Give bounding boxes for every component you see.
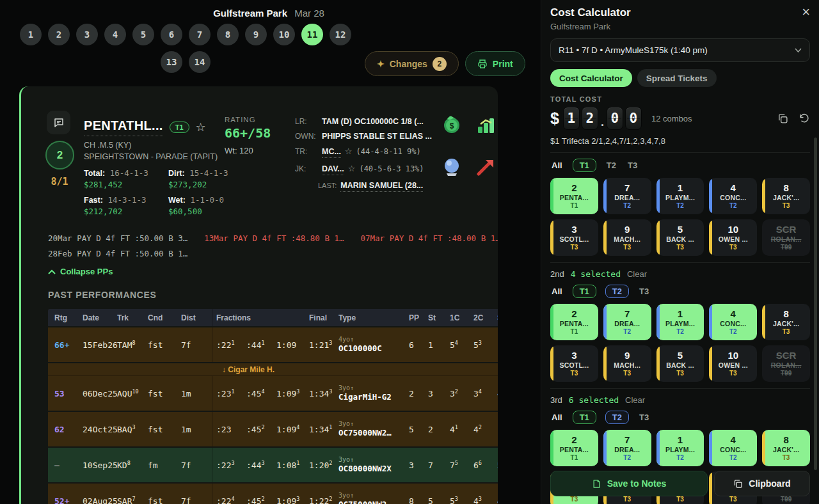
filter-t3[interactable]: T3 [638,411,650,424]
race-button-1[interactable]: 1 [20,24,42,45]
tab-cost-calculator[interactable]: Cost Calculator [550,69,632,87]
race-button-13[interactable]: 13 [161,51,182,73]
horse-button-1[interactable]: 1PLAYM...T2 [656,430,704,466]
filter-t1[interactable]: T1 [573,159,596,172]
mode-tabs: Cost CalculatorSpread Tickets [550,69,810,87]
pp-col-final: Final [305,313,335,322]
horse-button-9[interactable]: 9MACH...T3 [603,345,651,382]
filter-all[interactable]: All [550,411,564,424]
horse-button-10[interactable]: 10OWEN ...T3 [709,219,757,256]
horse-button-5[interactable]: 5BACK ...T3 [656,219,704,256]
cost-digit: 0 [607,107,623,130]
filter-all[interactable]: All [550,159,564,172]
stat-wet: Wet: 1-1-0-0 $60,500 [168,194,245,217]
workout-line: 20Mar PAY D 4f FT :50.00 B 3… [48,233,187,243]
horse-button-2[interactable]: 2PENTA...T1 [550,430,598,466]
combos-count: 12 combos [651,114,767,123]
horse-button-4[interactable]: 4CONC...T2 [709,178,757,214]
race-button-8[interactable]: 8 [217,24,239,45]
copy-icon [733,479,743,489]
connection-row-tr: TR:MC...☆(44-4-8-11 9%) [295,146,449,158]
star-icon[interactable]: ☆ [348,164,356,173]
track-name: Gulfstream Park [213,8,287,19]
connections: LR:TAM (D) OC100000C 1/8 (...OWN:PHIPPS … [295,117,449,198]
close-icon[interactable]: × [802,6,810,18]
horse-button-7[interactable]: 7DREA...T2 [603,178,651,214]
save-to-notes-button[interactable]: Save to Notes [550,471,708,496]
pp-col-cnd: Cnd [144,313,177,322]
tab-spread-tickets[interactable]: Spread Tickets [637,69,717,87]
clipboard-button[interactable]: Clipboard [714,471,810,496]
red-arrow-icon [470,150,498,184]
pp-col-rtg: Rtg [48,313,79,322]
chevron-up-icon [48,269,56,274]
copy-cost-icon[interactable] [777,113,788,124]
horse-button-7[interactable]: 7DREA...T2 [603,304,651,340]
filter-all[interactable]: All [550,285,564,298]
clear-button[interactable]: Clear [625,395,645,405]
connection-value[interactable]: MC... [322,147,341,158]
changes-button[interactable]: ✦ Changes 2 [365,51,459,76]
favorite-star-icon[interactable]: ☆ [196,120,206,134]
workout-line: 13Mar PAY D 4f FT :48.80 B 1… [204,233,344,243]
horse-button-4[interactable]: 4CONC...T2 [709,304,757,340]
race-button-6[interactable]: 6 [161,24,182,45]
horse-button-1[interactable]: 1PLAYM...T2 [656,178,704,214]
pp-row-10sep25: –10Sep25KD8fm7f:223:4431:0811:2023yo↑OC8… [48,448,498,482]
horse-button-2[interactable]: 2PENTA...T1 [550,178,598,214]
comment-button[interactable] [47,111,70,134]
horse-button-10[interactable]: 10OWEN ...T3 [709,345,757,382]
horse-button-3[interactable]: 3SCOTL...T3 [550,345,598,382]
star-icon[interactable]: ☆ [345,146,353,156]
print-button[interactable]: Print [465,51,525,76]
race-button-2[interactable]: 2 [48,24,70,45]
morning-line-odds: 8/1 [39,176,80,187]
filter-t3[interactable]: T3 [626,159,639,172]
horse-button-8[interactable]: 8JACK'...T3 [762,304,810,340]
filter-t1[interactable]: T1 [573,285,596,298]
cost-digit: 1 [563,107,580,130]
stat-total: Total: 16-4-1-3 $281,452 [84,168,162,191]
filter-t2[interactable]: T2 [605,411,629,424]
panel-scrollbar[interactable] [814,138,817,470]
filter-t1[interactable]: T1 [573,411,596,424]
horse-button-8[interactable]: 8JACK'...T3 [762,178,810,214]
horse-button-5[interactable]: 5BACK ...T3 [656,345,704,382]
horse-button-4[interactable]: 4CONC...T2 [709,430,757,466]
race-button-14[interactable]: 14 [189,51,211,73]
horse-name[interactable]: PENTATHL... [84,118,163,136]
filter-t3[interactable]: T3 [638,285,650,298]
horse-button-scr: SCRROLAN...T99 [762,219,810,256]
connection-value[interactable]: DAV... [322,164,344,175]
workout-lines: 20Mar PAY D 4f FT :50.00 B 3…13Mar PAY D… [48,233,496,264]
race-button-4[interactable]: 4 [104,24,126,45]
collapse-pps-link[interactable]: Collapse PPs [48,267,113,276]
horse-button-7[interactable]: 7DREA...T2 [603,430,651,466]
race-button-12[interactable]: 12 [330,24,351,45]
race-button-11[interactable]: 11 [301,24,323,45]
pp-col-dist: Dist [177,313,212,322]
horse-button-2[interactable]: 2PENTA...T1 [550,304,598,340]
filter-t2[interactable]: T2 [605,159,617,172]
race-button-5[interactable]: 5 [132,24,154,45]
print-label: Print [493,59,513,69]
connection-value[interactable]: MARIN SAMUEL (28... [340,181,423,192]
horse-button-1[interactable]: 1PLAYM...T2 [656,304,704,340]
clear-button[interactable]: Clear [627,269,647,279]
pp-col-type: Type [335,313,405,322]
horse-button-9[interactable]: 9MACH...T3 [603,219,651,256]
race-select[interactable]: R11 • 7f D • ArmyMuleS175k (1:40 pm) [550,38,810,62]
workout-line: 28Feb PAY D 4f FT :50.00 B 1… [48,249,187,258]
reset-icon[interactable] [799,113,810,124]
filter-t2[interactable]: T2 [605,285,629,298]
horse-button-3[interactable]: 3SCOTL...T3 [550,219,598,256]
program-number: 2 [45,141,74,169]
race-button-3[interactable]: 3 [76,24,98,45]
race-button-7[interactable]: 7 [189,24,211,45]
race-button-10[interactable]: 10 [273,24,295,45]
stat-fast: Fast: 14-3-1-3 $212,702 [84,194,162,217]
horse-button-8[interactable]: 8JACK'...T3 [762,430,810,466]
race-button-9[interactable]: 9 [245,24,267,45]
printer-icon [477,59,488,69]
pp-col-date: Date [79,313,113,322]
